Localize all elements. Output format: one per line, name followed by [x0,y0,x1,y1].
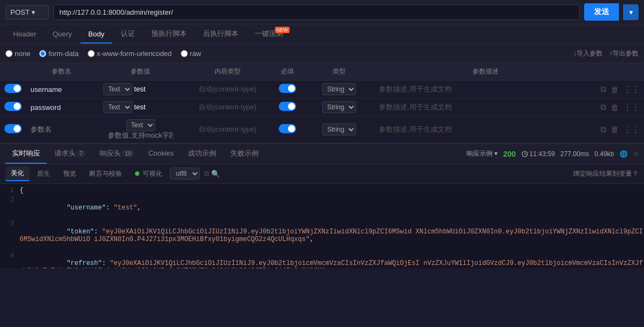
tab-auth[interactable]: 认证 [113,24,143,44]
export-params-button[interactable]: ↑导出参数 [609,49,639,58]
row3-required-toggle[interactable] [279,124,296,133]
method-select[interactable]: POST ▾ [5,5,49,20]
row3-drag-icon[interactable]: ⋮⋮ [623,125,640,134]
bottom-right-info: 响应示例 ▾ 200 11:43:59 277.00ms 0.49kb 🌐 ⊙ [467,149,639,158]
row2-delete-icon[interactable]: 🗑 [611,103,619,112]
send-dropdown-button[interactable]: ▾ [623,4,639,20]
col-description: 参数描述 [375,63,596,81]
row3-name [26,116,97,143]
response-subtabs: 美化 原生 预览 断言与校验 可视化 utf8 ⧉ 🔍 绑定响应结果到变量？ [0,164,644,184]
bottom-tabs-bar: 实时响应 请求头7 响应头10 Cookies 成功示例 失败示例 响应示例 ▾… [0,144,644,164]
row3-type-select[interactable]: Text [126,119,155,131]
tab-stress[interactable]: 一键压测 NEW [247,24,291,44]
bottom-tab-response-headers[interactable]: 响应头10 [93,144,140,164]
row3-value-input[interactable] [108,132,173,140]
col-toggle [0,63,26,81]
row3-actions: ⧉ 🗑 ⋮⋮ [600,125,640,134]
bottom-tab-fail-example[interactable]: 失败示例 [224,144,265,164]
row1-name: username [26,81,97,98]
table-row: Text 自动(content-type) String 参数描述,用 [0,116,644,143]
row1-type-value: Text [97,81,184,98]
radio-urlencoded[interactable]: x-www-form-urlencoded [88,50,172,58]
method-chevron-icon: ▾ [32,8,35,16]
resp-tab-preview[interactable]: 预览 [58,167,82,181]
json-viewer: 1 { 2 "username": "test", 3 "token": "ey… [0,184,644,268]
body-options-right: ↓导入参数 ↑导出参数 [573,49,639,58]
resp-tab-beautify[interactable]: 美化 [5,166,29,181]
clock-icon [522,151,528,157]
radio-none[interactable]: none [5,50,30,58]
row3-copy-icon[interactable]: ⧉ [600,125,606,134]
copy-response-icon[interactable]: ⧉ [204,169,209,178]
row3-toggle[interactable] [4,124,22,133]
row3-value-type-select[interactable]: String [322,124,356,135]
col-param-value: 参数值 [97,63,184,81]
table-row: username Text 自动(content-type) [0,81,644,98]
radio-form-data[interactable]: form-data [39,50,79,58]
bottom-panel: 实时响应 请求头7 响应头10 Cookies 成功示例 失败示例 响应示例 ▾… [0,143,644,268]
tab-post-script[interactable]: 后执行脚本 [195,24,246,44]
row1-delete-icon[interactable]: 🗑 [611,85,619,94]
import-params-button[interactable]: ↓导入参数 [573,49,603,58]
status-code: 200 [503,150,516,158]
row1-content-type: 自动(content-type) [184,81,271,98]
tab-query[interactable]: Query [45,26,79,44]
row2-drag-icon[interactable]: ⋮⋮ [623,102,640,112]
response-size: 0.49kb [594,150,614,158]
row3-name-input[interactable] [30,126,85,134]
row1-value-input[interactable] [134,85,177,93]
row1-required-toggle[interactable] [279,84,296,93]
json-line-4: 4 "refresh": "eyJ0eXAiOiJKV1QiLCJhbGciOi… [0,251,644,268]
top-bar: POST ▾ 发送 ▾ [0,0,644,24]
search-response-icon[interactable]: 🔍 [211,170,220,178]
main-tab-bar: Header Query Body 认证 预执行脚本 后执行脚本 一键压测 NE… [0,24,644,45]
row1-toggle[interactable] [4,84,22,93]
params-table-container: 参数名 参数值 内容类型 必填 类型 参数描述 username [0,63,644,143]
download-icon[interactable]: ⊙ [633,150,639,158]
row2-name: password [26,98,97,116]
resp-tab-assert[interactable]: 断言与校验 [84,167,127,181]
col-param-name: 参数名 [26,63,97,81]
radio-raw[interactable]: raw [181,50,201,58]
row3-delete-icon[interactable]: 🗑 [611,125,619,134]
globe-icon: 🌐 [620,150,628,158]
row2-type-value: Text [97,98,184,116]
resp-tab-visual[interactable]: 可视化 [130,167,168,181]
row1-copy-icon[interactable]: ⧉ [600,84,606,94]
tab-pre-script[interactable]: 预执行脚本 [144,24,194,44]
col-type: 类型 [304,63,375,81]
params-table: 参数名 参数值 内容类型 必填 类型 参数描述 username [0,63,644,143]
encoding-select[interactable]: utf8 [170,168,200,180]
row2-type-select[interactable]: Text [103,101,132,113]
response-example-button[interactable]: 响应示例 ▾ [467,149,498,158]
response-time: 11:43:59 [522,150,555,158]
row1-type-select[interactable]: Text [103,83,132,95]
tab-body[interactable]: Body [81,26,112,44]
tab-header[interactable]: Header [5,26,44,44]
row1-value-type-select[interactable]: String [322,83,356,95]
row2-copy-icon[interactable]: ⧉ [600,102,606,112]
table-row: password Text 自动(content-type) [0,98,644,116]
row2-required-toggle[interactable] [279,102,296,111]
send-button[interactable]: 发送 [584,3,619,21]
row3-type-value: Text [97,116,184,143]
row2-value-type-select[interactable]: String [322,101,356,113]
bottom-tab-cookies[interactable]: Cookies [142,145,180,163]
row1-drag-icon[interactable]: ⋮⋮ [623,84,640,94]
bottom-tab-realtime[interactable]: 实时响应 [5,144,47,164]
resp-tab-raw[interactable]: 原生 [32,167,56,181]
row2-value-input[interactable] [134,103,177,111]
bind-variable-label[interactable]: 绑定响应结果到变量？ [573,169,639,178]
json-line-2: 2 "username": "test", [0,196,644,220]
row2-content-type: 自动(content-type) [184,98,271,116]
bottom-tab-success-example[interactable]: 成功示例 [181,144,223,164]
col-required: 必填 [271,63,304,81]
row2-toggle[interactable] [4,102,22,111]
visual-dot [135,171,139,176]
url-input[interactable] [53,4,580,20]
row2-description: 参数描述,用于生成文档 [375,98,596,116]
json-line-1: 1 { [0,186,644,196]
row3-description: 参数描述,用于生成文档 [375,116,596,143]
json-line-3: 3 "token": "eyJ0eXAiOiJKV1QiLCJhbGciOiJI… [0,220,644,251]
bottom-tab-request-headers[interactable]: 请求头7 [48,144,92,164]
